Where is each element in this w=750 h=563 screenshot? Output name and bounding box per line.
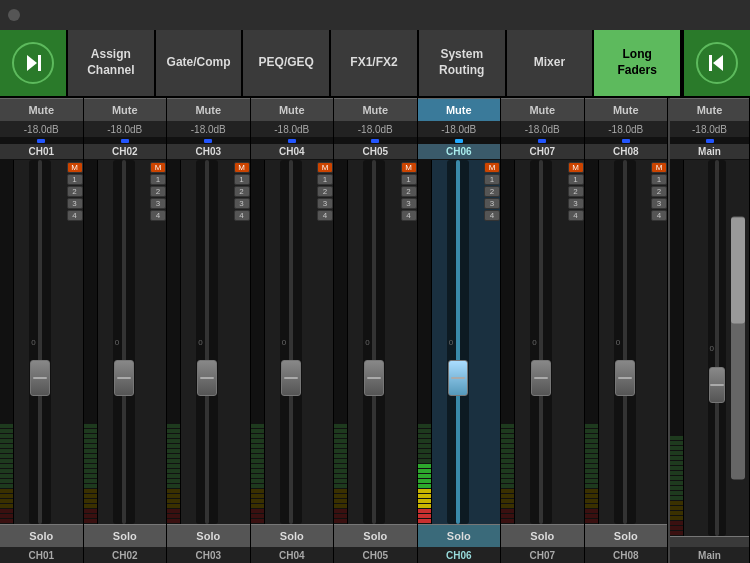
side-btn-4[interactable]: 4 <box>317 210 333 221</box>
window-control <box>8 9 20 21</box>
solo-button-ch04[interactable]: Solo <box>251 524 334 548</box>
side-btn-2[interactable]: 2 <box>651 186 667 197</box>
fader-knob-ch02[interactable] <box>114 360 134 396</box>
fader-track-ch07: 0 <box>530 160 552 524</box>
side-btn-2[interactable]: 2 <box>484 186 500 197</box>
channel-strip-ch02: Mute -18.0dB CH02 0 M1234 Solo CH02 <box>84 98 168 563</box>
solo-button-ch03[interactable]: Solo <box>167 524 250 548</box>
tab-mixer[interactable]: Mixer <box>507 30 595 96</box>
fader-track-area-ch03: 0 <box>181 160 234 524</box>
fader-area-ch01: 0 M1234 <box>0 160 83 524</box>
channel-bottom-ch04: Solo CH04 <box>251 524 334 563</box>
mute-button-main[interactable]: Mute <box>670 98 749 122</box>
tab-assign-channel[interactable]: Assign Channel <box>68 30 156 96</box>
fader-track-area-ch08: 0 <box>599 160 652 524</box>
db-label-ch06: -18.0dB <box>418 122 501 138</box>
channel-name-ch03: CH03 <box>167 144 250 160</box>
side-btn-3[interactable]: 3 <box>317 198 333 209</box>
side-btn-4[interactable]: 4 <box>150 210 166 221</box>
channel-label-bottom-ch05: CH05 <box>334 548 417 563</box>
side-btn-2[interactable]: 2 <box>401 186 417 197</box>
solo-button-ch02[interactable]: Solo <box>84 524 167 548</box>
mute-button-ch08[interactable]: Mute <box>585 98 668 122</box>
fader-knob-ch08[interactable] <box>615 360 635 396</box>
channel-name-ch07: CH07 <box>501 144 584 160</box>
fader-knob-ch01[interactable] <box>30 360 50 396</box>
side-btn-2[interactable]: 2 <box>150 186 166 197</box>
side-btn-1[interactable]: 1 <box>150 174 166 185</box>
fader-knob-ch04[interactable] <box>281 360 301 396</box>
fader-knob-ch06[interactable] <box>448 360 468 396</box>
side-btn-1[interactable]: 1 <box>651 174 667 185</box>
solo-button-ch01[interactable]: Solo <box>0 524 83 548</box>
side-btn-2[interactable]: 2 <box>67 186 83 197</box>
solo-button-ch05[interactable]: Solo <box>334 524 417 548</box>
side-btn-2[interactable]: 2 <box>234 186 250 197</box>
side-btn-4[interactable]: 4 <box>651 210 667 221</box>
side-btn-3[interactable]: 3 <box>651 198 667 209</box>
nav-tabs: Assign Channel Gate/Comp PEQ/GEQ FX1/FX2… <box>0 30 750 98</box>
fader-track-ch02: 0 <box>113 160 135 524</box>
fader-knob-main[interactable] <box>709 367 725 403</box>
zero-marker-main: 0 <box>710 344 714 353</box>
tab-peq-geq[interactable]: PEQ/GEQ <box>243 30 331 96</box>
fader-knob-ch03[interactable] <box>197 360 217 396</box>
mute-button-ch05[interactable]: Mute <box>334 98 417 122</box>
side-btn-m[interactable]: M <box>651 162 667 173</box>
fader-knob-ch05[interactable] <box>364 360 384 396</box>
side-btn-1[interactable]: 1 <box>568 174 584 185</box>
side-btn-m[interactable]: M <box>401 162 417 173</box>
side-buttons: M1234 <box>568 160 584 524</box>
channel-name-ch06: CH06 <box>418 144 501 160</box>
blue-dot-ch04 <box>288 139 296 143</box>
zero-marker-ch03: 0 <box>198 338 202 347</box>
side-btn-3[interactable]: 3 <box>401 198 417 209</box>
channel-name-ch05: CH05 <box>334 144 417 160</box>
tab-fx1-fx2[interactable]: FX1/FX2 <box>331 30 419 96</box>
mute-button-ch02[interactable]: Mute <box>84 98 167 122</box>
tab-system-routing[interactable]: System Routing <box>419 30 507 96</box>
solo-button-ch07[interactable]: Solo <box>501 524 584 548</box>
side-btn-1[interactable]: 1 <box>484 174 500 185</box>
side-btn-3[interactable]: 3 <box>568 198 584 209</box>
mute-button-ch03[interactable]: Mute <box>167 98 250 122</box>
side-btn-4[interactable]: 4 <box>484 210 500 221</box>
tab-gate-comp[interactable]: Gate/Comp <box>156 30 244 96</box>
side-btn-1[interactable]: 1 <box>67 174 83 185</box>
fader-area-ch03: 0 M1234 <box>167 160 250 524</box>
side-btn-3[interactable]: 3 <box>67 198 83 209</box>
side-btn-m[interactable]: M <box>234 162 250 173</box>
side-btn-4[interactable]: 4 <box>401 210 417 221</box>
side-btn-2[interactable]: 2 <box>568 186 584 197</box>
side-btn-4[interactable]: 4 <box>67 210 83 221</box>
side-btn-3[interactable]: 3 <box>484 198 500 209</box>
side-btn-3[interactable]: 3 <box>234 198 250 209</box>
left-play-button[interactable] <box>0 30 68 96</box>
side-btn-m[interactable]: M <box>317 162 333 173</box>
mute-button-ch06[interactable]: Mute <box>418 98 501 122</box>
side-btn-m[interactable]: M <box>67 162 83 173</box>
side-btn-1[interactable]: 1 <box>401 174 417 185</box>
side-btn-2[interactable]: 2 <box>317 186 333 197</box>
zero-marker-ch07: 0 <box>532 338 536 347</box>
fader-track-line <box>539 160 543 524</box>
mute-button-ch07[interactable]: Mute <box>501 98 584 122</box>
side-btn-3[interactable]: 3 <box>150 198 166 209</box>
side-btn-m[interactable]: M <box>568 162 584 173</box>
right-play-button[interactable] <box>682 30 750 96</box>
fader-knob-ch07[interactable] <box>531 360 551 396</box>
mute-button-ch01[interactable]: Mute <box>0 98 83 122</box>
channel-strip-ch03: Mute -18.0dB CH03 0 M1234 Solo CH03 <box>167 98 251 563</box>
side-btn-4[interactable]: 4 <box>234 210 250 221</box>
side-btn-m[interactable]: M <box>484 162 500 173</box>
mute-button-ch04[interactable]: Mute <box>251 98 334 122</box>
tab-long-faders[interactable]: Long Faders <box>594 30 682 96</box>
side-btn-4[interactable]: 4 <box>568 210 584 221</box>
side-btn-m[interactable]: M <box>150 162 166 173</box>
solo-button-ch06[interactable]: Solo <box>418 524 501 548</box>
side-btn-1[interactable]: 1 <box>317 174 333 185</box>
side-btn-1[interactable]: 1 <box>234 174 250 185</box>
solo-button-ch08[interactable]: Solo <box>585 524 668 548</box>
main-scrollbar[interactable] <box>731 216 745 479</box>
blue-dot-main <box>706 139 714 143</box>
